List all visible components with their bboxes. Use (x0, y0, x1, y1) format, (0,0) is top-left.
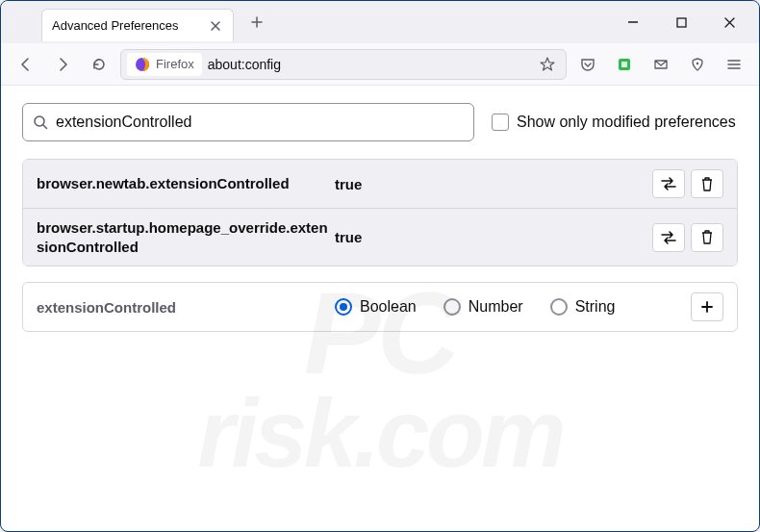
window-close-button[interactable] (709, 8, 749, 37)
minimize-button[interactable] (613, 8, 653, 37)
trash-icon (700, 230, 714, 244)
radio-label: Boolean (360, 298, 417, 316)
search-row: Show only modified preferences (22, 103, 738, 141)
delete-button[interactable] (691, 169, 723, 198)
pref-name: browser.startup.homepage_override.extens… (37, 218, 335, 256)
radio-boolean[interactable]: Boolean (335, 298, 417, 316)
radio-number[interactable]: Number (443, 298, 523, 316)
radio-string[interactable]: String (550, 298, 616, 316)
window: Advanced Preferences (0, 0, 760, 532)
pref-row[interactable]: browser.startup.homepage_override.extens… (23, 208, 737, 266)
type-radio-group: Boolean Number String (335, 298, 691, 316)
add-button[interactable] (691, 292, 723, 321)
toggle-button[interactable] (652, 169, 685, 198)
delete-button[interactable] (691, 223, 723, 252)
svg-point-4 (697, 62, 698, 63)
window-controls (613, 8, 759, 37)
radio-icon (550, 298, 568, 316)
nav-toolbar: Firefox about:config (1, 43, 759, 86)
shield-icon[interactable] (682, 49, 713, 80)
titlebar: Advanced Preferences (1, 1, 759, 43)
bookmark-star-icon[interactable] (535, 52, 560, 77)
inbox-icon[interactable] (646, 49, 676, 80)
results-list: browser.newtab.extensionControlled true … (22, 159, 738, 266)
svg-rect-0 (677, 18, 686, 27)
pref-value: true (335, 176, 652, 192)
modified-only-checkbox[interactable]: Show only modified preferences (492, 114, 736, 131)
radio-label: String (575, 298, 616, 316)
browser-tab[interactable]: Advanced Preferences (41, 9, 234, 41)
row-actions (652, 223, 723, 252)
search-icon (33, 114, 48, 130)
url-bar[interactable]: Firefox about:config (120, 49, 567, 80)
pref-value: true (335, 229, 652, 245)
watermark-line2: risk.com (1, 388, 759, 479)
svg-rect-3 (621, 62, 627, 67)
new-tab-button[interactable] (243, 9, 270, 36)
identity-label: Firefox (156, 57, 194, 71)
checkbox-icon (492, 114, 509, 131)
pref-name: browser.newtab.extensionControlled (37, 174, 335, 193)
toggle-icon (660, 231, 677, 244)
content-area: Show only modified preferences browser.n… (1, 86, 759, 349)
search-box[interactable] (22, 103, 474, 141)
menu-button[interactable] (719, 49, 749, 80)
pocket-icon[interactable] (572, 49, 603, 80)
toggle-button[interactable] (652, 223, 685, 252)
back-button[interactable] (11, 49, 41, 80)
pref-row[interactable]: browser.newtab.extensionControlled true (23, 160, 737, 208)
row-actions (652, 169, 723, 198)
add-pref-row: extensionControlled Boolean Number Strin… (22, 282, 738, 332)
firefox-logo-icon (135, 57, 150, 72)
reload-button[interactable] (84, 49, 114, 80)
tab-title: Advanced Preferences (52, 18, 208, 33)
identity-box[interactable]: Firefox (127, 53, 202, 76)
toggle-icon (660, 177, 677, 190)
forward-button[interactable] (47, 49, 78, 80)
maximize-button[interactable] (661, 8, 701, 37)
extension-icon[interactable] (609, 49, 640, 80)
search-input[interactable] (56, 114, 464, 131)
radio-label: Number (469, 298, 523, 316)
checkbox-label: Show only modified preferences (517, 114, 736, 131)
plus-icon (700, 300, 714, 314)
trash-icon (700, 177, 714, 191)
radio-icon (335, 298, 352, 316)
add-pref-name: extensionControlled (37, 299, 335, 316)
url-text: about:config (208, 57, 529, 72)
close-icon[interactable] (208, 18, 223, 34)
radio-icon (443, 298, 461, 316)
